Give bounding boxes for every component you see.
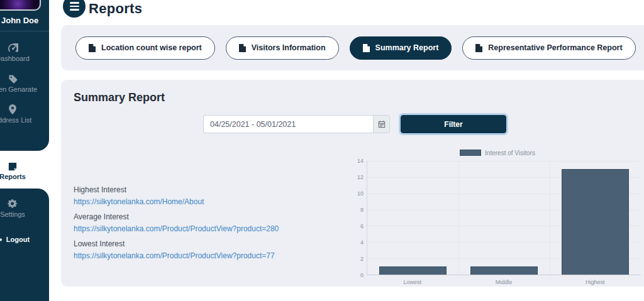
legend-label: Interest of Visitors [485,150,535,156]
x-tick-label: Highest [550,275,641,285]
sidebar-item-reports[interactable]: Reports [0,160,47,180]
interest-link[interactable]: https://silkytonelanka.com/Home/About [74,197,204,206]
date-range-input[interactable] [203,115,373,133]
file-icon [89,44,96,52]
gear-icon [8,197,18,209]
user-name: John Doe [1,16,49,25]
y-tick-label: 10 [357,190,364,197]
interest-group-highest: Highest Interest https://silkytonelanka.… [74,185,279,207]
logo-image [0,0,41,11]
sidebar-item-logout[interactable]: Logout [0,236,47,243]
x-tick-label: Lowest [367,275,458,285]
y-tick-label: 2 [360,256,364,262]
sidebar-item-label: Dashboard [0,55,30,62]
sidebar-top-block: John Doe Dashboard Token Genarate Addres… [0,0,49,151]
x-tick-label: Middle [458,275,549,285]
page-title: Reports [89,1,142,17]
sidebar-item-label: Token Genarate [0,85,37,93]
sidebar-item-label: Reports [0,173,26,180]
hamburger-icon [70,2,79,4]
chart-legend: Interest of Visitors [354,149,641,156]
chart-y-axis: 02468101214 [354,161,367,275]
interest-links-block: Highest Interest https://silkytonelanka.… [74,185,279,266]
chart-x-axis: LowestMiddleHighest [367,275,641,285]
date-range-group [203,115,390,133]
interest-label: Average Interest [74,212,279,221]
y-tick-label: 14 [357,158,364,164]
bar-highest[interactable] [562,169,629,275]
category-separator [458,161,459,275]
y-tick-label: 4 [360,239,364,246]
tab-location-count-wise-report[interactable]: Location count wise report [75,36,215,60]
sidebar-item-label: Logout [6,236,30,243]
y-tick-label: 0 [360,272,364,278]
chart-body: 02468101214 [354,161,641,275]
chart-plot [367,161,641,275]
sidebar-item-token-generate[interactable]: Token Genarate [0,72,47,93]
bar-lowest[interactable] [379,266,447,275]
menu-button[interactable] [63,0,86,18]
sidebar-item-dashboard[interactable]: Dashboard [0,41,47,62]
sidebar-item-settings[interactable]: Settings [0,197,47,218]
y-tick-label: 6 [360,223,364,229]
location-pin-icon [9,103,16,114]
filter-button[interactable]: Filter [401,115,506,133]
interest-link[interactable]: https://silkytonelanka.com/Product/Produ… [74,224,279,233]
gridline [367,161,641,161]
interest-label: Lowest Interest [74,239,279,248]
sidebar: John Doe Dashboard Token Genarate Addres… [0,0,49,301]
interest-link[interactable]: https://silkytonelanka.com/Product/Produ… [74,251,275,260]
legend-swatch [460,150,481,156]
y-tick-label: 8 [360,207,364,213]
sidebar-item-label: Address List [0,116,31,124]
category-separator [550,161,550,275]
dashboard-icon [8,41,18,53]
summary-report-panel: Summary Report Filter Highest Interest h… [61,80,644,287]
interest-bar-chart: Interest of Visitors 02468101214 LowestM… [354,149,641,286]
interest-label: Highest Interest [74,185,279,194]
y-tick-label: 12 [357,174,364,180]
logout-icon [0,236,3,243]
calendar-addon[interactable] [373,115,390,133]
tab-visitors-information[interactable]: Visitors Information [226,36,339,60]
report-tabs: Location count wise report Visitors Info… [61,25,644,70]
sidebar-active-section: Reports [0,151,49,189]
file-icon [363,44,370,52]
tag-icon [8,72,18,84]
tab-summary-report[interactable]: Summary Report [350,36,452,60]
interest-group-lowest: Lowest Interest https://silkytonelanka.c… [74,239,279,261]
interest-group-average: Average Interest https://silkytonelanka.… [74,212,279,234]
sidebar-divider [0,31,49,31]
bar-middle[interactable] [470,266,538,275]
report-note-icon [8,160,17,171]
summary-heading: Summary Report [74,91,165,104]
sidebar-item-label: Settings [0,211,25,218]
tab-representative-performance-report[interactable]: Representative Performance Report [462,36,635,60]
file-icon [475,44,482,52]
sidebar-item-address-list[interactable]: Address List [0,103,47,124]
file-icon [239,44,246,52]
sidebar-bottom-block: Settings Logout [0,189,49,301]
calendar-icon [378,120,386,128]
